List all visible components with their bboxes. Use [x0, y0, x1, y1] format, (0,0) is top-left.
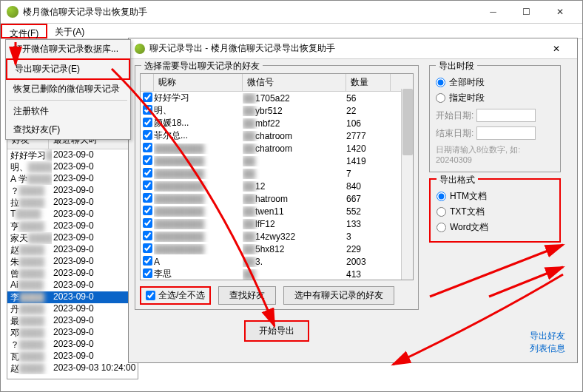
close-button[interactable]: ✕ — [543, 1, 576, 23]
row-checkbox[interactable] — [143, 130, 152, 140]
friend-row[interactable]: ？████2023-09-0 — [7, 339, 138, 351]
export-friend-list-link[interactable]: 导出好友列表信息 — [530, 330, 565, 355]
select-has-chat-button[interactable]: 选中有聊天记录的好友 — [283, 286, 394, 305]
friend-list-scrollbar[interactable] — [401, 89, 413, 280]
friend-row[interactable]: 丹████2023-09-0 — [7, 303, 138, 315]
end-date-input[interactable] — [476, 126, 536, 140]
friend-row[interactable]: 家天████2023-09-0 — [7, 232, 138, 244]
radio-fmt-htm[interactable]: HTM文档 — [437, 190, 553, 203]
start-date-label: 开始日期: — [436, 109, 474, 122]
radio-fmt-word[interactable]: Word文档 — [437, 221, 553, 234]
table-row[interactable]: ██████████12840 — [141, 180, 413, 192]
friend-row[interactable]: 拉████2023-09-0 — [7, 197, 138, 209]
file-menu-dropdown: 打开微信聊天记录数据库... 导出聊天记录(E) 恢复已删除的微信聊天记录 注册… — [5, 39, 131, 140]
minimize-button[interactable]: ─ — [476, 1, 510, 23]
table-row[interactable]: 颜媛18...██mbf22106 — [141, 117, 413, 129]
friend-select-group: 选择需要导出聊天记录的好友 昵称 微信号 数量 好好学习██1705a2256明… — [135, 65, 419, 310]
friend-row[interactable]: 赵████2023-09-0 — [7, 244, 138, 256]
row-checkbox[interactable] — [143, 143, 152, 152]
friend-row[interactable]: 赵████2023-09-03 10:24:00 — [7, 362, 138, 374]
window-title: 楼月微信聊天记录导出恢复助手 — [23, 6, 476, 18]
friend-row[interactable]: 曾████2023-09-0 — [7, 268, 138, 280]
row-checkbox[interactable] — [143, 105, 152, 115]
menubar: 文件(F) 关于(A) — [1, 23, 582, 39]
start-export-button[interactable]: 开始导出 — [244, 320, 309, 342]
row-checkbox[interactable] — [143, 118, 152, 127]
table-row[interactable]: ██████████1419 — [141, 155, 413, 167]
select-all-input[interactable] — [146, 291, 155, 300]
select-all-checkbox[interactable]: 全选/全不选 — [140, 286, 211, 305]
friend-row[interactable]: T████2023-09-0 — [7, 209, 138, 220]
menu-export-chat[interactable]: 导出聊天记录(E) — [6, 58, 130, 80]
date-hint: 日期请输入8位数字, 如: 20240309 — [436, 144, 554, 164]
row-checkbox[interactable] — [143, 268, 152, 278]
menu-find-friend[interactable]: 查找好友(F) — [6, 121, 130, 139]
table-row[interactable]: 李思██413 — [141, 268, 413, 280]
table-row[interactable]: ██████████14zwy3223 — [141, 230, 413, 243]
table-row[interactable]: ██████████chatroom1420 — [141, 142, 413, 155]
table-row[interactable]: 菲尔总...██chatroom2777 — [141, 129, 413, 142]
col-wechat-id[interactable]: 微信号 — [243, 74, 346, 91]
menu-register[interactable]: 注册软件 — [6, 102, 130, 121]
row-checkbox[interactable] — [143, 243, 152, 253]
menu-open-db[interactable]: 打开微信聊天记录数据库... — [6, 40, 130, 58]
radio-all-time[interactable]: 全部时段 — [436, 76, 554, 89]
table-row[interactable]: ██████████hatroom667 — [141, 192, 413, 205]
table-row[interactable]: 好好学习██1705a2256 — [141, 92, 413, 104]
menu-recover[interactable]: 恢复已删除的微信聊天记录 — [6, 80, 130, 98]
friend-row[interactable]: 好好学习████2023-09-0 — [7, 149, 138, 161]
dialog-titlebar: 聊天记录导出 - 楼月微信聊天记录导出恢复助手 ✕ — [129, 38, 577, 59]
row-checkbox[interactable] — [143, 231, 152, 240]
table-row[interactable]: A██3.2003 — [141, 255, 413, 268]
maximize-button[interactable]: ☐ — [510, 1, 543, 23]
menu-file[interactable]: 文件(F) — [1, 24, 47, 38]
friend-row[interactable]: 邓████2023-09-0 — [7, 327, 138, 339]
dialog-close-button[interactable]: ✕ — [542, 44, 571, 54]
friend-row[interactable]: 李████2023-09-0 — [7, 291, 138, 303]
row-checkbox[interactable] — [143, 256, 152, 266]
dialog-title: 聊天记录导出 - 楼月微信聊天记录导出恢复助手 — [149, 42, 542, 55]
app-icon — [135, 44, 145, 54]
friend-row[interactable]: A 学████2023-09-0 — [7, 173, 138, 185]
group-label: 选择需要导出聊天记录的好友 — [141, 60, 263, 72]
row-checkbox[interactable] — [143, 218, 152, 228]
table-row[interactable]: ██████████twen11552 — [141, 205, 413, 217]
find-friend-button[interactable]: 查找好友 — [218, 286, 276, 305]
export-dialog: 聊天记录导出 - 楼月微信聊天记录导出恢复助手 ✕ 选择需要导出聊天记录的好友 … — [128, 38, 578, 363]
time-range-group: 导出时段 全部时段 指定时段 开始日期: 结束日期: 日期请输入8位数字, 如:… — [429, 65, 561, 172]
table-row[interactable]: 明、██ybr51222 — [141, 104, 413, 117]
friend-select-list[interactable]: 昵称 微信号 数量 好好学习██1705a2256明、██ybr51222颜媛1… — [140, 73, 414, 280]
radio-fmt-txt[interactable]: TXT文档 — [437, 206, 553, 218]
friend-row[interactable]: 瓦████2023-09-0 — [7, 351, 138, 362]
radio-specify-time[interactable]: 指定时段 — [436, 92, 554, 104]
col-nickname[interactable]: 昵称 — [154, 74, 243, 91]
friend-row[interactable]: 朱████2023-09-0 — [7, 256, 138, 268]
row-checkbox[interactable] — [143, 193, 152, 203]
row-checkbox[interactable] — [143, 206, 152, 215]
menu-about[interactable]: 关于(A) — [47, 24, 92, 38]
table-row[interactable]: ██████████7 — [141, 167, 413, 180]
separator — [9, 100, 127, 101]
end-date-label: 结束日期: — [436, 127, 474, 140]
row-checkbox[interactable] — [143, 180, 152, 190]
table-row[interactable]: ██████████lfF12133 — [141, 217, 413, 230]
row-checkbox[interactable] — [143, 92, 152, 102]
friends-list-pane: 好友 最近聊天时 好好学习████2023-09-0明、████2023-09-… — [7, 131, 138, 379]
row-checkbox[interactable] — [143, 155, 152, 165]
table-row[interactable]: ██████████5hx812229 — [141, 243, 413, 255]
app-icon — [7, 6, 18, 18]
friend-row[interactable]: Ai████2023-09-0 — [7, 280, 138, 291]
col-count[interactable]: 数量 — [346, 74, 391, 91]
friend-row[interactable]: 亨████2023-09-0 — [7, 220, 138, 232]
start-date-input[interactable] — [476, 109, 536, 122]
friend-row[interactable]: ？████2023-09-0 — [7, 185, 138, 197]
main-titlebar: 楼月微信聊天记录导出恢复助手 ─ ☐ ✕ — [1, 1, 582, 23]
export-format-group: 导出格式 HTM文档 TXT文档 Word文档 — [429, 178, 561, 243]
friend-row[interactable]: 最████2023-09-0 — [7, 315, 138, 327]
row-checkbox[interactable] — [143, 168, 152, 178]
friend-row[interactable]: 明、████2023-09-0 — [7, 161, 138, 173]
